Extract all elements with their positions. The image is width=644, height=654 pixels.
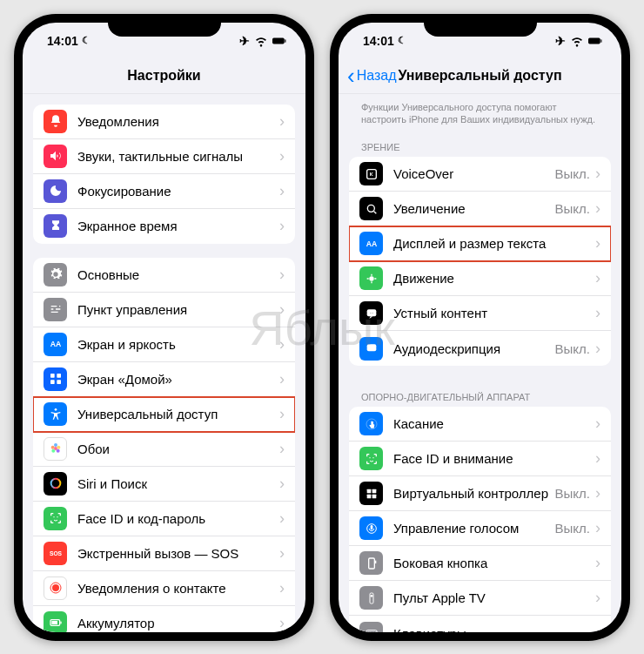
svg-rect-1 <box>285 39 285 42</box>
access-row-1[interactable]: Face ID и внимание <box>349 442 611 476</box>
row-label: Управление голосом <box>393 521 555 536</box>
settings-row-9[interactable]: Уведомления о контакте <box>33 571 295 606</box>
svg-rect-36 <box>366 489 371 493</box>
chevron-icon <box>279 370 285 388</box>
settings-row-2[interactable]: AAЭкран и яркость <box>33 327 295 362</box>
status-time: 14:01 <box>47 34 78 48</box>
voice-icon <box>359 516 383 540</box>
chevron-icon <box>279 579 285 597</box>
settings-row-1[interactable]: Пункт управления <box>33 293 295 327</box>
chevron-icon <box>595 269 600 287</box>
svg-rect-38 <box>366 494 371 498</box>
svg-text:AA: AA <box>366 239 377 248</box>
dot-icon <box>44 576 67 600</box>
access-row-0[interactable]: Касание <box>349 407 611 442</box>
svg-point-15 <box>53 516 54 517</box>
navbar: Назад Универсальный доступ <box>339 59 621 94</box>
settings-row-1[interactable]: Звуки, тактильные сигналы <box>33 139 295 174</box>
status-time: 14:01 <box>363 34 394 48</box>
access-row-6[interactable]: Клавиатуры <box>349 616 611 631</box>
switch-icon <box>359 482 383 505</box>
svg-rect-24 <box>600 39 601 42</box>
battery-icon <box>588 34 602 48</box>
access-row-5[interactable]: Пульт Apple TV <box>349 581 611 616</box>
settings-row-2[interactable]: Фокусирование <box>33 174 295 209</box>
chevron-icon <box>279 335 285 354</box>
settings-row-10[interactable]: Аккумулятор <box>33 606 295 632</box>
chevron-icon <box>279 544 285 563</box>
svg-point-11 <box>56 449 59 453</box>
moon-icon <box>44 179 67 203</box>
svg-point-9 <box>54 443 57 447</box>
chevron-icon <box>595 589 600 607</box>
row-label: VoiceOver <box>393 166 555 181</box>
chevron-icon <box>595 199 600 218</box>
settings-row-7[interactable]: Face ID и код-пароль <box>33 502 295 536</box>
chevron-icon <box>279 475 285 493</box>
svg-rect-43 <box>375 560 376 563</box>
notch <box>424 14 537 37</box>
settings-row-0[interactable]: Основные <box>33 258 295 293</box>
access-row-2[interactable]: AAДисплей и размер текста <box>349 226 611 261</box>
ad-icon: AD <box>359 337 383 361</box>
page-title: Универсальный доступ <box>398 68 561 84</box>
access-row-1[interactable]: УвеличениеВыкл. <box>349 192 611 226</box>
settings-row-4[interactable]: Универсальный доступ <box>33 397 295 432</box>
content[interactable]: Функции Универсального доступа помогают … <box>339 94 621 632</box>
row-label: Экранное время <box>77 219 279 233</box>
remote-icon <box>359 586 383 610</box>
battery-icon <box>44 611 67 632</box>
row-label: Фокусирование <box>77 184 279 199</box>
chevron-icon <box>279 147 285 165</box>
chevron-icon <box>279 217 285 235</box>
svg-point-18 <box>52 584 59 591</box>
settings-row-3[interactable]: Экранное время <box>33 209 295 244</box>
motion-icon <box>359 266 383 290</box>
chevron-icon <box>595 554 600 572</box>
phone-left: 14:01☾ ✈ Настройки УведомленияЗвуки, так… <box>14 14 314 641</box>
settings-row-0[interactable]: Уведомления <box>33 105 295 139</box>
chevron-icon <box>595 484 600 502</box>
chevron-icon <box>595 449 600 468</box>
chevron-icon <box>279 300 285 319</box>
row-label: Пункт управления <box>77 302 279 317</box>
row-value: Выкл. <box>555 166 590 181</box>
svg-rect-23 <box>588 37 600 44</box>
access-row-3[interactable]: Управление голосомВыкл. <box>349 511 611 546</box>
aa-icon: AA <box>44 333 67 356</box>
hourglass-icon <box>44 214 67 238</box>
access-icon <box>44 402 67 426</box>
airplane-icon: ✈ <box>239 34 250 48</box>
row-label: Виртуальный контроллер <box>393 486 555 501</box>
bell-icon <box>44 110 67 133</box>
row-label: Уведомления о контакте <box>77 581 279 596</box>
back-button[interactable]: Назад <box>347 68 397 84</box>
settings-row-6[interactable]: Siri и Поиск <box>33 467 295 502</box>
dnd-icon: ☾ <box>82 35 91 46</box>
svg-rect-39 <box>372 494 376 498</box>
svg-text:AA: AA <box>50 340 61 348</box>
sliders-icon <box>44 298 67 321</box>
access-row-5[interactable]: ADАудиодескрипцияВыкл. <box>349 331 611 366</box>
svg-rect-42 <box>368 558 374 569</box>
settings-row-8[interactable]: SOSЭкстренный вызов — SOS <box>33 536 295 571</box>
svg-point-35 <box>372 457 373 458</box>
access-row-4[interactable]: Боковая кнопка <box>349 546 611 581</box>
access-row-3[interactable]: Движение <box>349 261 611 296</box>
svg-rect-4 <box>57 374 61 378</box>
settings-row-5[interactable]: Обои <box>33 432 295 467</box>
svg-point-26 <box>367 205 374 212</box>
settings-row-3[interactable]: Экран «Домой» <box>33 362 295 397</box>
access-row-0[interactable]: VoiceOverВыкл. <box>349 157 611 192</box>
access-row-2[interactable]: Виртуальный контроллерВыкл. <box>349 476 611 511</box>
row-value: Выкл. <box>555 486 590 501</box>
chevron-icon <box>595 415 600 433</box>
row-label: Клавиатуры <box>393 626 595 632</box>
content[interactable]: УведомленияЗвуки, тактильные сигналыФоку… <box>23 94 305 632</box>
chevron-icon <box>595 234 600 253</box>
airplane-icon: ✈ <box>555 34 566 48</box>
svg-point-14 <box>50 479 60 489</box>
svg-point-28 <box>369 276 373 280</box>
svg-point-45 <box>370 595 372 597</box>
access-row-4[interactable]: ···Устный контент <box>349 296 611 331</box>
